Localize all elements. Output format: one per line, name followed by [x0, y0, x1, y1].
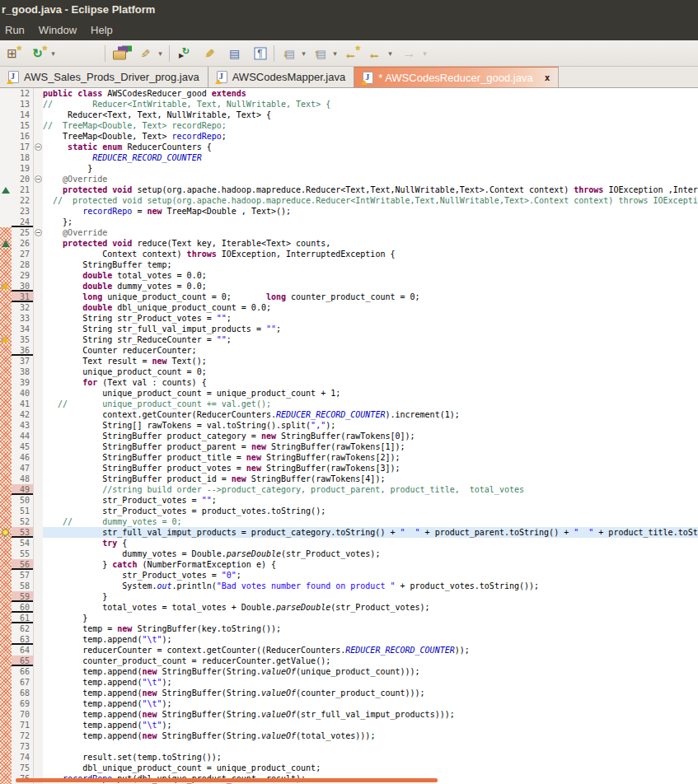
run-selection-icon[interactable]: ▶↻ — [173, 44, 194, 63]
pen-icon[interactable]: ✎ — [134, 44, 155, 63]
code-line[interactable]: 24 }; — [0, 217, 698, 227]
chevron-down-icon[interactable]: ▾ — [155, 44, 166, 63]
code-line[interactable]: 20 @Override — [0, 174, 698, 184]
code-line[interactable]: 48 StringBuffer product_id = new StringB… — [0, 474, 698, 484]
code-line[interactable]: 62 temp = new StringBuffer(key.toString(… — [0, 623, 698, 634]
tab-1[interactable]: AWS_Sales_Prods_Driver_prog.java — [0, 67, 208, 87]
code-line[interactable]: 13// Reducer<IntWritable, Text, NullWrit… — [0, 99, 698, 110]
open-folder-icon[interactable] — [109, 44, 129, 63]
fold-column[interactable] — [33, 142, 43, 152]
code-line[interactable]: 66 temp.append(new StringBuffer(String.v… — [0, 666, 698, 677]
code-line[interactable]: 42 context.getCounter(ReducerCounters.RE… — [0, 409, 698, 420]
code-editor[interactable]: 12public class AWSCodesReducer_good exte… — [0, 88, 698, 784]
code-line[interactable]: 46 StringBuffer product_title = new Stri… — [0, 452, 698, 463]
tab-close-icon[interactable]: x — [545, 72, 550, 83]
code-line[interactable]: 33 String str_Product_votes = ""; — [0, 313, 698, 324]
code-line[interactable]: 37 Text result = new Text(); — [0, 356, 698, 366]
code-line[interactable]: 19 } — [0, 163, 698, 174]
show-whitespace-icon[interactable]: ¶ — [250, 44, 270, 63]
show-source-icon[interactable]: ▤ — [224, 44, 245, 63]
code-line[interactable]: 23 recordRepo = new TreeMap<Double , Tex… — [0, 206, 698, 217]
menu-item-run[interactable]: Run — [0, 24, 34, 36]
code-line[interactable]: 50 str_Product_votes = ""; — [0, 495, 698, 506]
collapse-icon[interactable] — [35, 229, 42, 236]
code-line[interactable]: 12public class AWSCodesReducer_good exte… — [0, 88, 698, 99]
chevron-down-icon[interactable]: ▾ — [48, 44, 59, 63]
code-line[interactable]: 39 for (Text val : counts) { — [0, 377, 698, 388]
code-line[interactable]: 52 // dummy_votes = 0; — [0, 516, 698, 527]
code-line[interactable]: 74 result.set(temp.toString()); — [0, 752, 698, 763]
chevron-down-icon[interactable]: ▾ — [298, 44, 309, 63]
code-line[interactable]: 67 temp.append("\t"); — [0, 677, 698, 688]
tab-2[interactable]: AWSCodesMapper.java — [208, 67, 355, 87]
fold-column — [33, 270, 43, 281]
prev-annotation-icon[interactable]: ▤↑ — [309, 44, 330, 63]
code-line[interactable]: 49 //string build order -->product_categ… — [0, 484, 698, 495]
code-line[interactable]: 28 StringBuffer temp; — [0, 259, 698, 270]
code-line[interactable]: 57 str_Product_votes = "0"; — [0, 570, 698, 581]
code-line[interactable]: 41 // unique_product_count += val.get(); — [0, 399, 698, 409]
code-line[interactable]: 43 String[] rawTokens = val.toString().s… — [0, 420, 698, 431]
new-wizard-icon[interactable]: ⊞★ — [2, 44, 22, 63]
code-line[interactable]: 61 } — [0, 613, 698, 623]
collapse-icon[interactable] — [35, 143, 42, 151]
code-line[interactable]: 32 double dbl_unique_product_count = 0.0… — [0, 302, 698, 313]
code-line[interactable]: 47 StringBuffer product_votes = new Stri… — [0, 463, 698, 474]
horizontal-scrollbar[interactable] — [16, 778, 438, 782]
code-line[interactable]: 25 @Override — [0, 227, 698, 238]
code-line[interactable]: 59 } — [0, 591, 698, 602]
code-line[interactable]: 30 double dummy_votes = 0.0; — [0, 281, 698, 292]
code-line[interactable]: 18 REDUCER_RECORD_COUNTER — [0, 152, 698, 163]
code-line[interactable]: 60 total_votes = total_votes + Double.pa… — [0, 602, 698, 613]
chevron-down-icon[interactable]: ▾ — [330, 44, 340, 63]
fold-column[interactable] — [33, 227, 43, 238]
menu-item-window[interactable]: Window — [34, 24, 86, 36]
code-line[interactable]: 31 long unique_product_count = 0; long c… — [0, 292, 698, 302]
last-edit-location-icon[interactable]: ←★ — [340, 44, 361, 63]
menu-item-help[interactable]: Help — [86, 24, 122, 36]
code-line[interactable]: 55 dummy_votes = Double.parseDouble(str_… — [0, 548, 698, 559]
back-icon[interactable]: ← — [364, 44, 385, 63]
code-line[interactable]: 34 String str_full_val_imput_products = … — [0, 324, 698, 334]
code-line[interactable]: 70 temp.append(new StringBuffer(String.v… — [0, 709, 698, 720]
code-line[interactable]: 29 double total_votes = 0.0; — [0, 270, 698, 281]
code-line[interactable]: 58 System.out.println("Bad votes number … — [0, 581, 698, 591]
code-line[interactable]: 45 StringBuffer product_parent = new Str… — [0, 441, 698, 452]
run-icon[interactable]: ↻★ — [27, 44, 48, 63]
fold-column[interactable] — [33, 174, 43, 184]
code-line[interactable]: 51 str_Product_votes = product_votes.toS… — [0, 506, 698, 516]
code-line[interactable]: 17 static enum ReducerCounters { — [0, 142, 698, 152]
code-line[interactable]: 36 Counter reducerCounter; — [0, 345, 698, 356]
code-line[interactable]: 14 Reducer<Text, Text, NullWritable, Tex… — [0, 110, 698, 120]
code-line[interactable]: 16 TreeMap<Double, Text> recordRepo; — [0, 131, 698, 142]
highlighter-icon[interactable]: ✎ — [199, 44, 219, 63]
chevron-down-icon[interactable]: ▾ — [385, 44, 396, 63]
code-line[interactable]: 27 Context context) throws IOException, … — [0, 249, 698, 259]
code-line[interactable]: 64 reducerCounter = context.getCounter((… — [0, 645, 698, 656]
code-line[interactable]: 35 String str_ReduceCounter = ""; — [0, 334, 698, 345]
code-line[interactable]: 38 unique_product_count = 0; — [0, 366, 698, 377]
fold-column — [33, 409, 43, 420]
code-line[interactable]: 56 } catch (NumberFormatException e) { — [0, 559, 698, 570]
code-line[interactable]: 40 unique_product_count = unique_product… — [0, 388, 698, 399]
code-line[interactable]: 53 str_full_val_imput_products = product… — [0, 527, 698, 538]
tab-3[interactable]: * AWSCodesReducer_good.javax — [354, 67, 559, 87]
code-line[interactable]: 15// TreeMap<Double, Text> recordRepo; — [0, 120, 698, 131]
titlebar[interactable]: r_good.java - Eclipse Platform — [0, 0, 698, 20]
code-line[interactable]: 54 try { — [0, 538, 698, 548]
fold-column — [33, 195, 43, 206]
code-line[interactable]: 73 — [0, 741, 698, 752]
next-annotation-icon[interactable]: ▤↓ — [278, 44, 298, 63]
code-line[interactable]: 26 protected void reduce(Text key, Itera… — [0, 238, 698, 249]
code-line[interactable]: 44 StringBuffer product_category = new S… — [0, 431, 698, 441]
code-line[interactable]: 21 protected void setup(org.apache.hadoo… — [0, 184, 698, 195]
code-line[interactable]: 68 temp.append(new StringBuffer(String.v… — [0, 688, 698, 698]
code-line[interactable]: 71 temp.append("\t"); — [0, 720, 698, 730]
code-line[interactable]: 65 counter_product_count = reducerCounte… — [0, 656, 698, 666]
code-line[interactable]: 72 temp.append(new StringBuffer(String.v… — [0, 730, 698, 741]
code-line[interactable]: 22 // protected void setup(org.apache.ha… — [0, 195, 698, 206]
code-line[interactable]: 75 dbl_unique_product_count = unique_pro… — [0, 763, 698, 773]
code-line[interactable]: 63 temp.append("\t"); — [0, 634, 698, 645]
code-line[interactable]: 69 temp.append("\t"); — [0, 698, 698, 709]
collapse-icon[interactable] — [35, 175, 42, 183]
